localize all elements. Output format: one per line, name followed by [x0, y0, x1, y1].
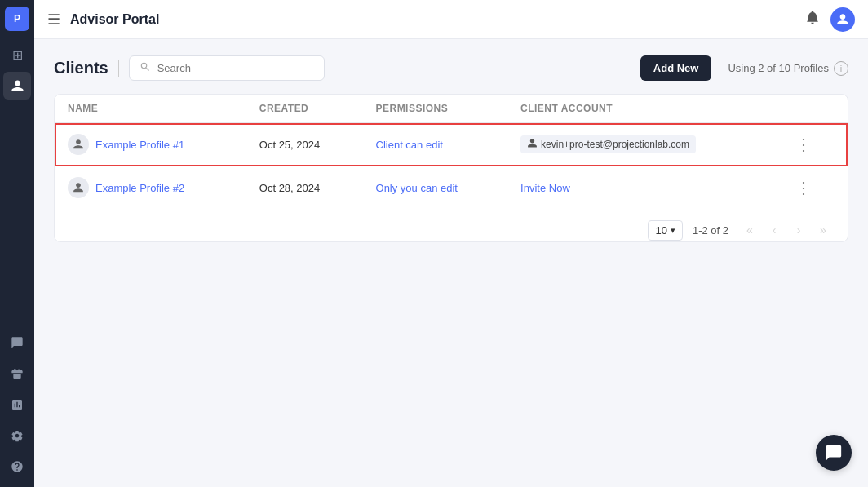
pagination: 10 ▾ 1-2 of 2 « ‹ › »: [55, 209, 848, 241]
header-divider: [118, 60, 119, 77]
table-cell-account-2: Invite Now: [507, 166, 777, 210]
col-client-account: Client Account: [507, 95, 777, 123]
table-cell-permissions-1: Client can edit: [363, 123, 508, 166]
client-email-1: kevin+pro-test@projectionlab.com: [541, 139, 689, 150]
sidebar-item-gifts[interactable]: [3, 360, 31, 387]
topbar: ☰ Advisor Portal: [34, 0, 868, 39]
col-actions: [777, 95, 848, 123]
sidebar: P ⊞: [0, 0, 34, 487]
profile-link-1[interactable]: Example Profile #1: [95, 139, 184, 151]
search-box[interactable]: [129, 55, 325, 81]
more-button-2[interactable]: ⋮: [790, 176, 817, 199]
page-info: 1-2 of 2: [693, 224, 728, 237]
col-name: Name: [55, 95, 246, 123]
page-title: Clients: [54, 59, 108, 77]
first-page-button[interactable]: «: [738, 219, 761, 241]
clients-header: Clients Add New Using 2 of 10 Profiles i: [54, 55, 848, 81]
sidebar-item-analytics[interactable]: [3, 391, 31, 418]
invite-now-link[interactable]: Invite Now: [520, 182, 570, 194]
next-page-button[interactable]: ›: [787, 219, 810, 241]
col-created: Created: [246, 95, 363, 123]
sidebar-item-chat[interactable]: [3, 329, 31, 356]
client-account-badge-1: kevin+pro-test@projectionlab.com: [520, 135, 696, 153]
table-cell-more-2: ⋮: [777, 166, 848, 210]
table-cell-permissions-2: Only you can edit: [363, 166, 508, 210]
avatar-2: [68, 177, 89, 198]
table-row: Example Profile #2 Oct 28, 2024 Only you…: [55, 166, 848, 210]
client-account-icon: [527, 138, 538, 151]
permissions-link-2[interactable]: Only you can edit: [376, 182, 458, 194]
table-cell-name: Example Profile #1: [55, 123, 246, 166]
search-input[interactable]: [157, 62, 314, 74]
search-icon: [140, 61, 151, 75]
more-button-1[interactable]: ⋮: [790, 133, 817, 156]
sidebar-item-dashboard[interactable]: ⊞: [3, 41, 31, 69]
profile-link-2[interactable]: Example Profile #2: [95, 182, 184, 194]
table-cell-name-2: Example Profile #2: [55, 166, 246, 210]
notification-icon[interactable]: [804, 9, 821, 29]
profiles-info: Using 2 of 10 Profiles i: [728, 61, 848, 76]
table-row: Example Profile #1 Oct 25, 2024 Client c…: [55, 123, 848, 166]
clients-table: Name Created Permissions Client Account: [55, 95, 848, 209]
table-cell-account-1: kevin+pro-test@projectionlab.com: [507, 123, 777, 166]
sidebar-item-clients[interactable]: [3, 72, 31, 100]
per-page-select[interactable]: 10 ▾: [648, 220, 682, 241]
info-icon[interactable]: i: [834, 61, 848, 76]
last-page-button[interactable]: »: [812, 219, 835, 241]
add-new-button[interactable]: Add New: [640, 55, 712, 81]
sidebar-logo: P: [5, 7, 29, 31]
sidebar-item-help[interactable]: [3, 453, 31, 480]
prev-page-button[interactable]: ‹: [763, 219, 786, 241]
page-nav: « ‹ › »: [738, 219, 835, 241]
page-content: Clients Add New Using 2 of 10 Profiles i…: [34, 39, 868, 487]
permissions-link-1[interactable]: Client can edit: [376, 139, 443, 151]
sidebar-item-settings[interactable]: [3, 422, 31, 449]
user-avatar[interactable]: [830, 7, 855, 32]
table-cell-more-1: ⋮: [777, 123, 848, 166]
clients-table-container: Name Created Permissions Client Account: [54, 94, 848, 242]
col-permissions: Permissions: [363, 95, 508, 123]
topbar-right: [804, 7, 855, 32]
table-cell-created-1: Oct 25, 2024: [246, 123, 363, 166]
app-title: Advisor Portal: [70, 12, 795, 27]
menu-icon[interactable]: ☰: [47, 11, 60, 29]
table-header: Name Created Permissions Client Account: [55, 95, 848, 123]
main-content: ☰ Advisor Portal Clients Add New: [34, 0, 868, 487]
table-cell-created-2: Oct 28, 2024: [246, 166, 363, 210]
chat-bubble[interactable]: [816, 435, 852, 471]
table-body: Example Profile #1 Oct 25, 2024 Client c…: [55, 123, 848, 210]
avatar: [68, 134, 89, 155]
